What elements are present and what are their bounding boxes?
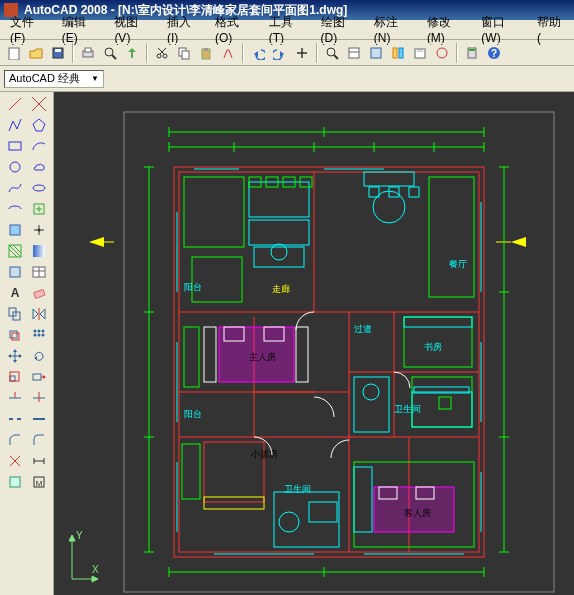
area-tool[interactable] (4, 472, 26, 492)
workspace-select[interactable]: AutoCAD 经典 ▼ (4, 70, 104, 88)
array-tool[interactable] (28, 325, 50, 345)
erase-tool[interactable] (28, 283, 50, 303)
xline-tool[interactable] (28, 94, 50, 114)
revcloud-tool[interactable] (28, 157, 50, 177)
svg-marker-86 (13, 349, 17, 352)
copy-icon (7, 306, 23, 322)
move-icon (7, 348, 23, 364)
drawing-canvas[interactable]: 餐厅 主人房 过道 走廊 书房 (54, 92, 574, 595)
preview-button[interactable] (100, 43, 120, 63)
rect-tool[interactable] (4, 136, 26, 156)
svg-point-7 (157, 54, 161, 58)
open-button[interactable] (26, 43, 46, 63)
gradient-tool[interactable] (28, 241, 50, 261)
break-tool[interactable] (4, 409, 26, 429)
svg-text:?: ? (491, 48, 497, 59)
mtext-tool[interactable]: A (4, 283, 26, 303)
ellipse-tool[interactable] (28, 178, 50, 198)
ellipsearc-tool[interactable] (4, 199, 26, 219)
menu-帮助([interactable]: 帮助( (531, 12, 570, 47)
svg-marker-90 (34, 356, 37, 360)
circle-tool[interactable] (4, 157, 26, 177)
massprop-icon: M (31, 474, 47, 490)
spline-tool[interactable] (4, 178, 26, 198)
zoom-button[interactable] (322, 43, 342, 63)
line-tool[interactable] (4, 94, 26, 114)
match-button[interactable] (218, 43, 238, 63)
extend-tool[interactable] (28, 388, 50, 408)
region-tool[interactable] (4, 262, 26, 282)
copy-tool[interactable] (4, 304, 26, 324)
north-arrow-left (89, 237, 114, 247)
svg-text:A: A (10, 286, 19, 300)
cut-button[interactable] (152, 43, 172, 63)
open-icon (29, 46, 43, 60)
scale-tool[interactable] (4, 367, 26, 387)
stretch-tool[interactable] (28, 367, 50, 387)
redo-button[interactable] (270, 43, 290, 63)
hatch-tool[interactable] (4, 241, 26, 261)
table-tool[interactable] (28, 262, 50, 282)
svg-text:书房: 书房 (424, 342, 442, 352)
block-tool[interactable] (4, 220, 26, 240)
svg-point-158 (271, 244, 287, 260)
svg-text:X: X (92, 564, 99, 575)
move-tool[interactable] (4, 346, 26, 366)
svg-marker-89 (19, 354, 22, 358)
new-button[interactable] (4, 43, 24, 63)
polygon-tool[interactable] (28, 115, 50, 135)
sheetset-button[interactable] (410, 43, 430, 63)
svg-rect-64 (33, 245, 45, 257)
svg-marker-220 (92, 576, 98, 582)
save-button[interactable] (48, 43, 68, 63)
svg-rect-168 (409, 187, 419, 197)
massprop-tool[interactable]: M (28, 472, 50, 492)
toolpalettes-button[interactable] (388, 43, 408, 63)
pline-icon (7, 117, 23, 133)
explode-tool[interactable] (4, 451, 26, 471)
svg-text:主人房: 主人房 (249, 352, 276, 362)
publish-button[interactable] (122, 43, 142, 63)
rect-icon (7, 138, 23, 154)
copy-button[interactable] (174, 43, 194, 63)
trim-tool[interactable] (4, 388, 26, 408)
svg-marker-87 (13, 360, 17, 363)
markup-icon (435, 46, 449, 60)
mirror-tool[interactable] (28, 304, 50, 324)
designcenter-button[interactable] (366, 43, 386, 63)
rotate-tool[interactable] (28, 346, 50, 366)
properties-button[interactable] (344, 43, 364, 63)
copy-icon (177, 46, 191, 60)
paste-button[interactable] (196, 43, 216, 63)
svg-rect-50 (9, 142, 21, 150)
chamfer-tool[interactable] (4, 430, 26, 450)
svg-marker-222 (69, 535, 75, 541)
plot-button[interactable] (78, 43, 98, 63)
svg-rect-28 (469, 49, 475, 51)
undo-icon (251, 46, 265, 60)
undo-button[interactable] (248, 43, 268, 63)
hatch-icon (7, 243, 23, 259)
join-icon (31, 411, 47, 427)
point-tool[interactable] (28, 220, 50, 240)
svg-marker-88 (8, 354, 11, 358)
svg-point-8 (163, 54, 167, 58)
svg-point-82 (37, 334, 40, 337)
area-icon (7, 474, 23, 490)
markup-button[interactable] (432, 43, 452, 63)
insert-tool[interactable] (28, 199, 50, 219)
distance-tool[interactable] (28, 451, 50, 471)
svg-point-51 (10, 162, 20, 172)
fillet-tool[interactable] (28, 430, 50, 450)
redo-icon (273, 46, 287, 60)
pan-button[interactable] (292, 43, 312, 63)
arc-tool[interactable] (28, 136, 50, 156)
join-tool[interactable] (28, 409, 50, 429)
dining-set (364, 172, 419, 223)
svg-rect-14 (204, 48, 208, 51)
offset-tool[interactable] (4, 325, 26, 345)
help-button[interactable]: ? (484, 43, 504, 63)
pline-tool[interactable] (4, 115, 26, 135)
calc-button[interactable] (462, 43, 482, 63)
menu-bar: 文件(F)编辑(E)视图(V)插入(I)格式(O)工具(T)绘图(D)标注(N)… (0, 20, 574, 40)
